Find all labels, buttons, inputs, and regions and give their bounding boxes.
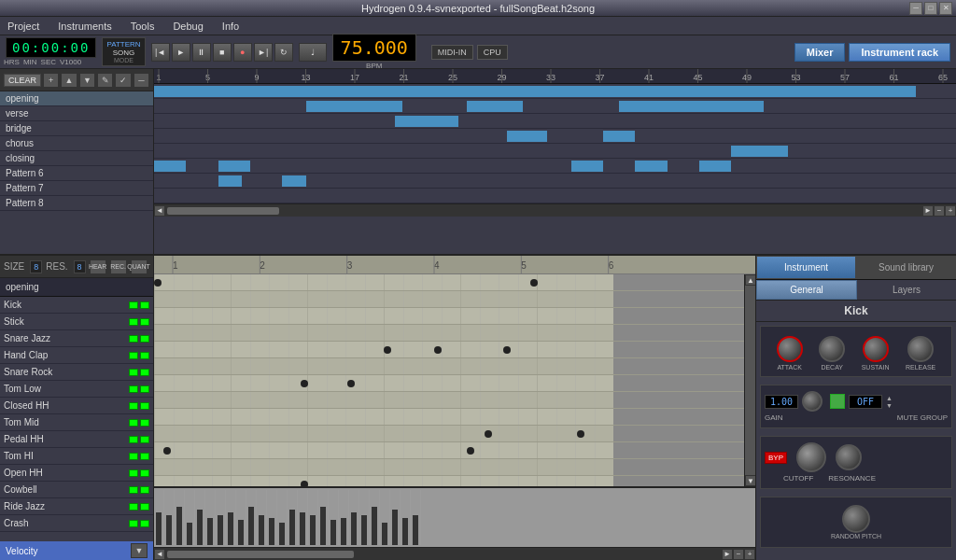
instrument-row-hand-clap[interactable]: Hand Clap xyxy=(0,347,153,364)
subtab-general[interactable]: General xyxy=(756,280,857,300)
fx-led[interactable] xyxy=(140,301,149,309)
drum-grid-row-0[interactable] xyxy=(154,274,744,291)
instrument-row-tom-hi[interactable]: Tom HI xyxy=(0,448,153,465)
scroll-right-btn[interactable]: ► xyxy=(922,205,934,217)
skip-fwd-btn[interactable]: ►| xyxy=(254,43,273,62)
tab-sound-library[interactable]: Sound library xyxy=(856,256,956,279)
cpu-btn[interactable]: CPU xyxy=(477,45,508,60)
pattern-item-pattern-7[interactable]: Pattern 7 xyxy=(0,181,153,196)
random-pitch-knob[interactable] xyxy=(842,505,870,533)
menu-debug[interactable]: Debug xyxy=(169,19,206,34)
drum-scroll-thumb[interactable] xyxy=(167,551,354,558)
scroll-left-btn[interactable]: ◄ xyxy=(154,205,165,217)
fx-led[interactable] xyxy=(140,469,149,477)
velocity-toggle[interactable]: ▼ xyxy=(131,543,148,558)
mute-led[interactable] xyxy=(129,335,138,343)
pattern-item-opening[interactable]: opening xyxy=(0,91,153,106)
record-btn[interactable]: ● xyxy=(233,43,252,62)
song-row-6[interactable] xyxy=(154,174,956,189)
pattern-item-closing[interactable]: closing xyxy=(0,151,153,166)
fx-led[interactable] xyxy=(140,369,149,376)
menu-tools[interactable]: Tools xyxy=(127,19,159,34)
mute-led[interactable] xyxy=(129,369,138,376)
mute-display[interactable]: OFF xyxy=(849,395,882,409)
rack-btn[interactable]: Instrument rack xyxy=(849,43,950,62)
menu-instruments[interactable]: Instruments xyxy=(54,19,115,34)
mode-pattern[interactable]: PATTERN xyxy=(106,40,140,49)
song-hscroll[interactable]: ◄ ► − + xyxy=(154,203,956,217)
song-row-5[interactable] xyxy=(154,159,956,174)
drum-hit[interactable] xyxy=(467,447,474,455)
pattern-item-bridge[interactable]: bridge xyxy=(0,121,153,136)
midi-in-btn[interactable]: MIDI-IN xyxy=(431,45,473,60)
fx-led[interactable] xyxy=(140,335,149,343)
drum-scroll-right[interactable]: ► xyxy=(722,549,733,560)
drum-hit[interactable] xyxy=(301,481,308,486)
fx-led[interactable] xyxy=(140,436,149,443)
instrument-row-kick[interactable]: Kick xyxy=(0,297,153,314)
mute-led[interactable] xyxy=(129,318,138,326)
drum-hit[interactable] xyxy=(347,380,355,387)
instrument-row-snare-jazz[interactable]: Snare Jazz xyxy=(0,330,153,347)
drum-hit[interactable] xyxy=(577,430,584,438)
pause-btn[interactable]: ⏸ xyxy=(192,43,211,62)
song-row-3[interactable] xyxy=(154,129,956,144)
drum-hit[interactable] xyxy=(485,430,492,438)
drum-zoom-in[interactable]: + xyxy=(744,549,755,560)
drum-scroll-left[interactable]: ◄ xyxy=(154,549,165,560)
instrument-row-cowbell[interactable]: Cowbell xyxy=(0,482,153,498)
mute-led[interactable] xyxy=(129,469,138,477)
drum-grid-row-1[interactable] xyxy=(154,291,744,308)
mute-led[interactable] xyxy=(129,352,138,359)
instrument-row-tom-mid[interactable]: Tom Mid xyxy=(0,414,153,431)
zoom-in-btn[interactable]: + xyxy=(945,205,956,217)
metronome-btn[interactable]: ♩ xyxy=(299,43,327,62)
drum-hit[interactable] xyxy=(154,279,162,287)
instrument-row-ride-jazz[interactable]: Ride Jazz xyxy=(0,498,153,515)
menu-info[interactable]: Info xyxy=(218,19,243,34)
skip-back-btn[interactable]: |◄ xyxy=(151,43,170,62)
menu-project[interactable]: Project xyxy=(4,19,43,34)
song-row-2[interactable] xyxy=(154,114,956,129)
drum-vscroll[interactable]: ▲ ▼ xyxy=(744,274,755,486)
drum-hit[interactable] xyxy=(384,346,391,354)
release-knob[interactable] xyxy=(907,336,934,362)
drum-grid-row-2[interactable] xyxy=(154,308,744,325)
fx-led[interactable] xyxy=(140,402,149,410)
drum-grid-row-9[interactable] xyxy=(154,426,744,442)
up-btn[interactable]: ▲ xyxy=(61,73,77,88)
play-btn[interactable]: ► xyxy=(172,43,190,62)
hear-btn[interactable]: HEAR xyxy=(90,259,106,274)
drum-grid-row-10[interactable] xyxy=(154,442,744,459)
fx-led[interactable] xyxy=(140,419,149,427)
pattern-item-pattern-8[interactable]: Pattern 8 xyxy=(0,196,153,211)
song-row-4[interactable] xyxy=(154,144,956,159)
tab-instrument[interactable]: Instrument xyxy=(756,256,856,279)
instrument-row-closed-hh[interactable]: Closed HH xyxy=(0,398,153,414)
instrument-row-snare-rock[interactable]: Snare Rock xyxy=(0,364,153,381)
mute-led[interactable] xyxy=(129,385,138,393)
maximize-btn[interactable]: □ xyxy=(924,2,937,15)
song-row-7[interactable] xyxy=(154,189,956,203)
decay-knob[interactable] xyxy=(819,336,845,362)
fx-led[interactable] xyxy=(140,503,149,511)
fx-led[interactable] xyxy=(140,486,149,494)
instrument-row-stick[interactable]: Stick xyxy=(0,314,153,330)
subtab-layers[interactable]: Layers xyxy=(857,280,956,300)
stop-btn[interactable]: ■ xyxy=(213,43,232,62)
drum-hit[interactable] xyxy=(503,346,511,354)
drum-grid-row-5[interactable] xyxy=(154,358,744,375)
drum-grid-row-6[interactable] xyxy=(154,375,744,392)
fx-led[interactable] xyxy=(140,352,149,359)
song-row-1[interactable] xyxy=(154,99,956,114)
drum-grid-row-12[interactable] xyxy=(154,476,744,486)
drum-grid-row-4[interactable] xyxy=(154,342,744,358)
mute-up[interactable]: ▲ xyxy=(886,395,893,401)
vscroll-up[interactable]: ▲ xyxy=(745,274,755,286)
mute-led[interactable] xyxy=(129,503,138,511)
rec-btn[interactable]: REC. xyxy=(110,259,127,274)
mute-led[interactable] xyxy=(129,486,138,494)
gain-knob[interactable] xyxy=(802,391,822,412)
mute-down[interactable]: ▼ xyxy=(886,402,893,409)
pattern-item-verse[interactable]: verse xyxy=(0,106,153,121)
